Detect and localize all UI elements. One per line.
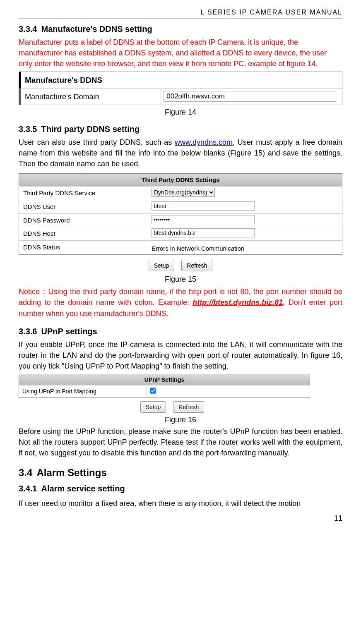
fig14-row: Manufacture's Domain: [19, 89, 342, 105]
ddns-host-input[interactable]: [152, 228, 255, 237]
heading-text: Alarm Settings: [36, 467, 106, 478]
para-336: If you enable UPnP, once the IP camera i…: [19, 339, 342, 371]
heading-text: Third party DDNS setting: [41, 124, 140, 134]
fig14-caption: Figure 14: [19, 107, 342, 117]
heading-34: 3.4Alarm Settings: [19, 466, 342, 480]
heading-text: UPnP settings: [41, 327, 97, 336]
para-upnp-2: Before using the UPnP function, please m…: [19, 426, 342, 458]
running-header: L SERIES IP CAMERA USER MANUAL: [19, 7, 342, 17]
heading-num: 3.3.6: [19, 327, 37, 336]
para-334: Manufacturer puts a label of DDNS at the…: [19, 37, 342, 69]
fig14-label: Manufacture's Domain: [19, 89, 161, 105]
setup-button[interactable]: Setup: [140, 401, 166, 413]
notice-para: Notice：Using the third party domain name…: [19, 286, 342, 318]
upnp-checkbox[interactable]: [150, 388, 156, 394]
fig16-title: UPnP Settings: [19, 374, 310, 385]
ddns-service-select[interactable]: DynDns.org(dyndns): [152, 188, 215, 197]
heading-num: 3.4: [19, 467, 32, 478]
setup-button[interactable]: Setup: [149, 260, 175, 271]
ddns-service-label: Third Party DDNS Service: [19, 187, 148, 200]
fig15-caption: Figure 15: [19, 274, 342, 285]
refresh-button[interactable]: Refresh: [181, 260, 212, 271]
heading-text: Alarm service setting: [41, 484, 125, 493]
ddns-host-label: DDNS Host: [19, 227, 148, 240]
heading-341: 3.4.1Alarm service setting: [19, 483, 342, 495]
figure-15-box: Third Party DDNS Settings Third Party DD…: [19, 173, 342, 255]
figure-14-box: Manufacture's DDNS Manufacture's Domain: [19, 72, 342, 105]
fig16-caption: Figure 16: [19, 414, 342, 425]
fig14-value-cell: [161, 89, 342, 105]
ddns-password-label: DDNS Password: [19, 214, 148, 227]
text: User can also use third party DDNS, such…: [19, 138, 175, 146]
fig15-buttons: Setup Refresh: [19, 260, 342, 271]
dyndns-link[interactable]: www.dyndns.com,: [175, 138, 235, 146]
header-rule: [19, 19, 342, 19]
ddns-password-input[interactable]: [152, 215, 255, 224]
heading-334: 3.3.4Manufacture's DDNS setting: [19, 23, 342, 35]
heading-335: 3.3.5Third party DDNS setting: [19, 123, 342, 135]
heading-336: 3.3.6UPnP settings: [19, 326, 342, 338]
heading-text: Manufacture's DDNS setting: [41, 24, 152, 34]
ddns-status-label: DDNS Status: [19, 241, 148, 254]
para-341: If user need to monitor a fixed area, wh…: [19, 498, 342, 509]
ddns-status-value: Errors in Network Communication: [152, 242, 244, 253]
example-url-link[interactable]: http://btest.dyndns.biz:81: [193, 298, 283, 306]
refresh-button[interactable]: Refresh: [173, 401, 204, 413]
heading-num: 3.3.5: [19, 124, 37, 134]
upnp-label: Using UPnP to Port Mapping: [19, 385, 147, 397]
heading-num: 3.4.1: [19, 484, 37, 493]
page-number: 11: [19, 513, 342, 524]
manufacture-domain-input[interactable]: [164, 91, 336, 102]
fig14-title: Manufacture's DDNS: [19, 72, 342, 89]
heading-num: 3.3.4: [19, 24, 37, 34]
fig16-buttons: Setup Refresh: [2, 401, 342, 413]
figure-16-box: UPnP Settings Using UPnP to Port Mapping: [19, 374, 310, 398]
para-335: User can also use third party DDNS, such…: [19, 137, 342, 169]
fig15-title: Third Party DDNS Settings: [19, 174, 342, 186]
ddns-user-label: DDNS User: [19, 200, 148, 213]
ddns-user-input[interactable]: [152, 201, 255, 211]
